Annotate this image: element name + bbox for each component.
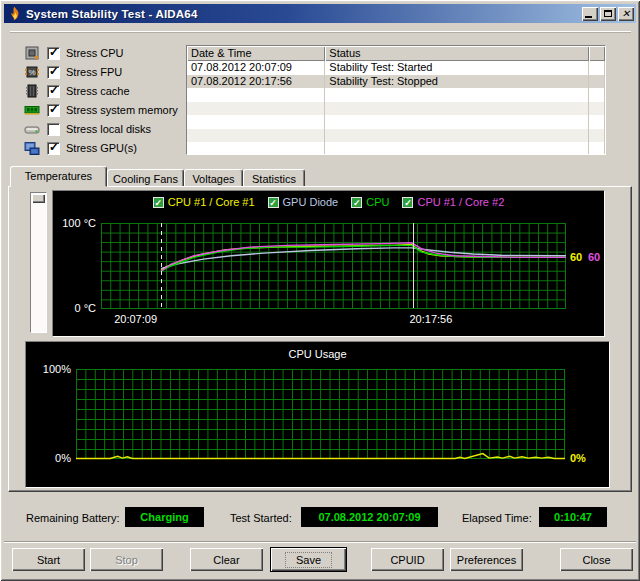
battery-value-box: Charging xyxy=(125,507,204,527)
legend-checkbox[interactable]: ✓ xyxy=(351,197,362,208)
column-header-spacer[interactable] xyxy=(589,46,605,61)
clear-button[interactable]: Clear xyxy=(190,548,263,571)
cell-spacer xyxy=(589,88,605,102)
save-button[interactable]: Save xyxy=(271,548,346,571)
stress-option-checkbox[interactable]: ✓ xyxy=(47,66,60,79)
cell-datetime xyxy=(187,115,325,129)
table-row-empty[interactable] xyxy=(187,142,605,155)
tab-voltages[interactable]: Voltages xyxy=(184,169,243,187)
button-label: Start xyxy=(37,554,60,566)
close-button[interactable]: ✕ xyxy=(618,7,634,21)
temp-y-max-label: 100 °C xyxy=(53,217,96,229)
cell-status xyxy=(325,88,589,102)
battery-label: Remaining Battery: xyxy=(26,512,120,524)
cell-status xyxy=(325,115,589,129)
minimize-icon xyxy=(585,16,592,18)
stress-option-row: ✓Stress GPU(s) xyxy=(24,140,137,156)
minimize-button[interactable] xyxy=(582,7,598,21)
test-started-label: Test Started: xyxy=(230,512,292,524)
cell-datetime xyxy=(187,129,325,143)
cell-status: Stability Test: Started xyxy=(325,61,589,75)
stress-option-label: Stress FPU xyxy=(66,66,122,78)
button-label: Close xyxy=(582,554,610,566)
disk-icon xyxy=(24,121,40,137)
event-log-table[interactable]: Date & TimeStatus07.08.2012 20:07:09Stab… xyxy=(186,45,606,155)
button-label: Preferences xyxy=(457,554,516,566)
table-row[interactable]: 07.08.2012 20:17:56Stability Test: Stopp… xyxy=(187,75,605,89)
table-row-empty[interactable] xyxy=(187,115,605,129)
cell-spacer xyxy=(589,129,605,143)
temp-x-axis-label: 20:17:56 xyxy=(409,313,452,325)
window-title: System Stability Test - AIDA64 xyxy=(26,8,582,20)
elapsed-time-value: 0:10:47 xyxy=(554,511,592,523)
cache-icon xyxy=(24,83,40,99)
stress-option-checkbox[interactable] xyxy=(47,123,60,136)
legend-checkbox[interactable]: ✓ xyxy=(402,197,413,208)
window: System Stability Test - AIDA64 ✕ ✓Stress… xyxy=(0,0,640,581)
legend-label: GPU Diode xyxy=(283,196,339,208)
series-end-value: 60 xyxy=(588,251,600,263)
tab-temperatures[interactable]: Temperatures xyxy=(10,166,107,187)
stress-option-checkbox[interactable]: ✓ xyxy=(47,85,60,98)
table-row-empty[interactable] xyxy=(187,102,605,116)
cpu-icon xyxy=(24,45,40,61)
stress-option-label: Stress GPU(s) xyxy=(66,142,137,154)
button-label: Save xyxy=(285,552,332,568)
button-label: Clear xyxy=(213,554,239,566)
close-button[interactable]: Close xyxy=(560,548,633,571)
event-line-solid xyxy=(413,223,414,308)
cell-datetime xyxy=(187,88,325,102)
table-row[interactable]: 07.08.2012 20:07:09Stability Test: Start… xyxy=(187,61,605,75)
stress-option-row: ✓Stress cache xyxy=(24,83,130,99)
stop-button: Stop xyxy=(90,548,163,571)
gpu-icon xyxy=(24,140,40,156)
cell-status xyxy=(325,129,589,143)
legend-item: ✓CPU #1 / Core #1 xyxy=(153,196,255,208)
chart-vertical-scrollbar[interactable] xyxy=(30,192,47,333)
stress-option-label: Stress local disks xyxy=(66,123,151,135)
cell-status xyxy=(325,142,589,155)
scrollbar-thumb[interactable] xyxy=(32,194,45,203)
stress-option-label: Stress CPU xyxy=(66,47,123,59)
cell-datetime xyxy=(187,142,325,155)
check-mark: ✓ xyxy=(49,45,59,59)
start-button[interactable]: Start xyxy=(12,548,85,571)
table-row-empty[interactable] xyxy=(187,88,605,102)
svg-text:%: % xyxy=(28,68,35,77)
stress-option-row: Stress local disks xyxy=(24,121,151,137)
stress-option-checkbox[interactable]: ✓ xyxy=(47,47,60,60)
tab-statistics[interactable]: Statistics xyxy=(243,169,305,187)
header-separator xyxy=(10,31,631,33)
column-header[interactable]: Status xyxy=(325,46,589,61)
preferences-button[interactable]: Preferences xyxy=(450,548,523,571)
maximize-button[interactable] xyxy=(600,7,616,21)
cell-datetime xyxy=(187,102,325,116)
legend-checkbox[interactable]: ✓ xyxy=(268,197,279,208)
legend-label: CPU #1 / Core #1 xyxy=(168,196,255,208)
maximize-icon xyxy=(604,10,612,17)
titlebar: System Stability Test - AIDA64 ✕ xyxy=(4,4,636,23)
cell-status: Stability Test: Stopped xyxy=(325,75,589,89)
button-label: CPUID xyxy=(390,554,424,566)
stress-option-checkbox[interactable]: ✓ xyxy=(47,104,60,117)
event-line-dashed xyxy=(161,223,162,308)
table-row-empty[interactable] xyxy=(187,129,605,143)
legend-item: ✓CPU #1 / Core #2 xyxy=(402,196,504,208)
legend-checkbox[interactable]: ✓ xyxy=(153,197,164,208)
stress-option-row: %✓Stress FPU xyxy=(24,64,122,80)
cpu-right-zero-label: 0% xyxy=(570,452,586,464)
series-end-value: 60 xyxy=(570,251,582,263)
test-started-value-box: 07.08.2012 20:07:09 xyxy=(301,507,438,527)
cell-status xyxy=(325,102,589,116)
cpu-usage-chart: CPU Usage 100% 0% 0% xyxy=(25,341,610,488)
stress-option-label: Stress system memory xyxy=(66,104,178,116)
tab-cooling-fans[interactable]: Cooling Fans xyxy=(107,169,184,187)
elapsed-time-label: Elapsed Time: xyxy=(462,512,532,524)
stress-option-checkbox[interactable]: ✓ xyxy=(47,142,60,155)
elapsed-time-value-box: 0:10:47 xyxy=(539,507,607,527)
check-mark: ✓ xyxy=(49,102,59,116)
button-label: Stop xyxy=(115,554,138,566)
cpuid-button[interactable]: CPUID xyxy=(371,548,444,571)
column-header[interactable]: Date & Time xyxy=(187,46,325,61)
cpu-usage-plot-area xyxy=(76,369,565,459)
